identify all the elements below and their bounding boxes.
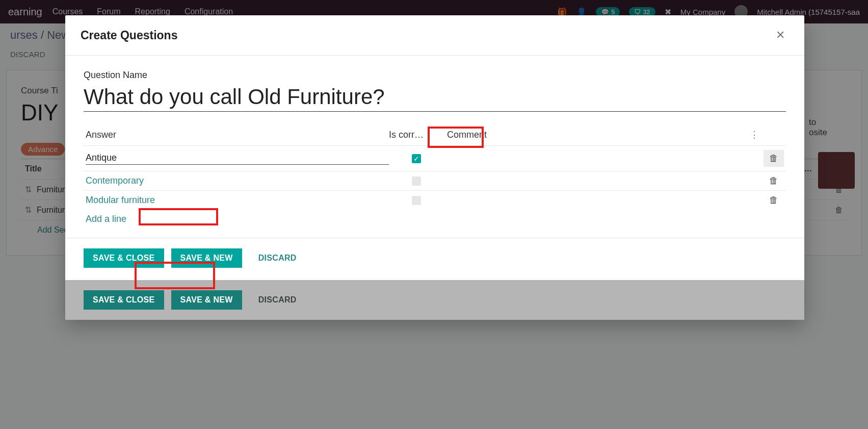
save-and-close-button[interactable]: SAVE & CLOSE bbox=[84, 248, 164, 268]
is-correct-checkbox[interactable] bbox=[412, 176, 421, 186]
discard-button-lower[interactable]: DISCARD bbox=[249, 290, 306, 310]
save-and-close-button-lower[interactable]: SAVE & CLOSE bbox=[84, 290, 164, 310]
question-name-label: Question Name bbox=[84, 70, 786, 81]
answers-header: Answer Is corr… Comment ⋮ bbox=[84, 124, 786, 145]
discard-button[interactable]: DISCARD bbox=[249, 248, 306, 268]
create-questions-modal: Create Questions ✕ Question Name Answer … bbox=[65, 15, 804, 320]
modal-footer: SAVE & CLOSE SAVE & NEW DISCARD bbox=[65, 238, 804, 280]
delete-row-icon[interactable]: 🗑 bbox=[764, 150, 784, 167]
col-comment: Comment bbox=[444, 130, 745, 140]
col-is-correct: Is corr… bbox=[389, 130, 444, 140]
answer-row: Antique ✓ 🗑 bbox=[84, 145, 786, 171]
is-correct-checkbox[interactable] bbox=[412, 196, 421, 205]
close-icon[interactable]: ✕ bbox=[772, 27, 789, 44]
modal-title: Create Questions bbox=[81, 29, 772, 42]
answer-text[interactable]: Antique bbox=[86, 153, 389, 165]
answer-text[interactable]: Contemporary bbox=[86, 175, 389, 186]
answer-row: Contemporary 🗑 bbox=[84, 171, 786, 190]
add-a-line-link[interactable]: Add a line bbox=[84, 210, 786, 229]
modal-body: Question Name Answer Is corr… Comment ⋮ … bbox=[65, 56, 804, 238]
delete-row-icon[interactable]: 🗑 bbox=[764, 175, 784, 186]
modal-footer-lower: SAVE & CLOSE SAVE & NEW DISCARD bbox=[65, 280, 804, 320]
is-correct-checkbox[interactable]: ✓ bbox=[412, 154, 421, 163]
col-menu-icon[interactable]: ⋮ bbox=[745, 129, 764, 140]
col-answer: Answer bbox=[86, 130, 389, 140]
answer-text[interactable]: Modular furniture bbox=[86, 195, 389, 206]
answers-table: Answer Is corr… Comment ⋮ Antique ✓ 🗑 Co… bbox=[84, 124, 786, 229]
save-and-new-button[interactable]: SAVE & NEW bbox=[171, 248, 242, 268]
delete-row-icon[interactable]: 🗑 bbox=[764, 195, 784, 206]
save-and-new-button-lower[interactable]: SAVE & NEW bbox=[171, 290, 242, 310]
modal-header: Create Questions ✕ bbox=[65, 15, 804, 55]
answer-row: Modular furniture 🗑 bbox=[84, 190, 786, 210]
question-name-input[interactable] bbox=[84, 84, 786, 112]
